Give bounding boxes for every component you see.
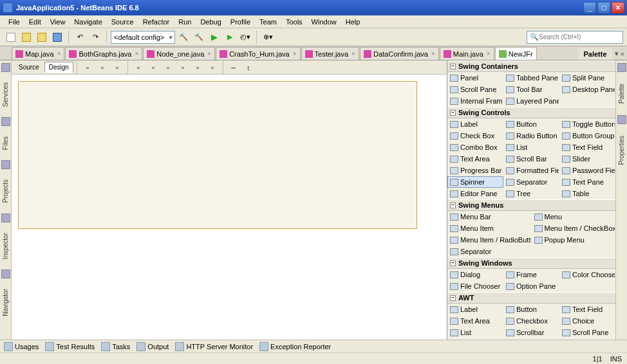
properties-icon[interactable] [617, 115, 626, 124]
palette-item-label[interactable]: Label [447, 304, 503, 315]
category-swing-menus[interactable]: −Swing Menus [447, 199, 615, 211]
palette-item-menu[interactable]: Menu [532, 211, 616, 223]
open-project-button[interactable] [35, 30, 49, 44]
palette-item-button-group[interactable]: Button Group [559, 130, 615, 141]
palette-item-slider[interactable]: Slider [559, 153, 615, 165]
status-http-monitor[interactable]: HTTP Server Monitor [175, 342, 253, 351]
palette-item-list[interactable]: List [503, 141, 559, 153]
search-box[interactable]: 🔍 [527, 31, 623, 44]
palette-item-tabbed-pane[interactable]: Tabbed Pane [503, 72, 559, 84]
align-left-button[interactable]: ▫ [131, 60, 145, 75]
profile-button[interactable]: ◴▾ [238, 30, 252, 44]
build-button[interactable]: 🔨 [176, 30, 191, 44]
palette-item-scroll-pane[interactable]: Scroll Pane [447, 84, 503, 95]
palette-item-scroll-bar[interactable]: Scroll Bar [503, 153, 559, 165]
sidetab-palette[interactable]: Palette [617, 81, 626, 106]
tab-main[interactable]: Main.java× [440, 47, 494, 60]
menu-window[interactable]: Window [307, 17, 341, 27]
status-tasks[interactable]: Tasks [101, 342, 130, 351]
palette-item-color-chooser[interactable]: Color Chooser [559, 269, 615, 280]
palette-icon[interactable] [617, 63, 626, 72]
palette-item-text-field[interactable]: Text Field [559, 141, 615, 153]
close-button[interactable]: × [612, 2, 624, 14]
status-exception-reporter[interactable]: Exception Reporter [259, 342, 331, 351]
tab-map[interactable]: Map.java× [12, 47, 64, 60]
tab-close-icon[interactable]: × [487, 50, 491, 57]
tab-close-icon[interactable]: × [351, 50, 355, 57]
sidetab-services[interactable]: Services [1, 80, 10, 109]
collapse-icon[interactable]: − [450, 110, 456, 116]
services-icon[interactable] [1, 63, 10, 72]
category-swing-containers[interactable]: −Swing Containers [447, 60, 615, 72]
align-bottom-button[interactable]: ▫ [176, 60, 190, 75]
palette-item-choice[interactable]: Choice [559, 315, 615, 327]
tab-dataconfirm[interactable]: DataConfirm.java× [360, 47, 439, 60]
align-right-button[interactable]: ▫ [146, 60, 160, 75]
tab-nodeone[interactable]: Node_one.java× [143, 47, 215, 60]
connection-mode-button[interactable]: ▫ [95, 60, 109, 75]
projects-icon[interactable] [1, 160, 10, 169]
menu-navigate[interactable]: Navigate [70, 17, 106, 27]
sidetab-projects[interactable]: Projects [1, 177, 10, 205]
status-test-results[interactable]: Test Results [45, 342, 95, 351]
tab-close-icon[interactable]: × [57, 50, 61, 57]
palette-item-frame[interactable]: Frame [503, 269, 559, 280]
design-mode-button[interactable]: Design [44, 62, 73, 73]
palette-item-menu-bar[interactable]: Menu Bar [447, 211, 532, 223]
status-usages[interactable]: Usages [4, 342, 39, 351]
palette-item-separator[interactable]: Separator [503, 176, 559, 188]
run-button[interactable]: ▶ [207, 30, 221, 44]
palette-item-menu-item[interactable]: Menu Item [447, 223, 532, 234]
sidetab-inspector[interactable]: Inspector [1, 230, 10, 262]
preview-button[interactable]: ▫ [110, 60, 124, 75]
palette-dropdown-icon[interactable]: ▾ [615, 50, 619, 58]
palette-item-panel[interactable]: Panel [447, 72, 503, 84]
palette-item-menu-item-checkbox[interactable]: Menu Item / CheckBox [532, 223, 616, 234]
palette-item-text-area[interactable]: Text Area [447, 315, 503, 327]
palette-item-internal-frame[interactable]: Internal Frame [447, 95, 503, 107]
collapse-icon[interactable]: − [450, 295, 456, 301]
new-file-button[interactable] [4, 30, 18, 44]
maximize-button[interactable]: □ [597, 2, 610, 14]
category-awt[interactable]: −AWT [447, 292, 615, 304]
palette-item-spinner[interactable]: Spinner [447, 176, 503, 188]
tab-close-icon[interactable]: × [135, 50, 138, 57]
palette-item-check-box[interactable]: Check Box [447, 130, 503, 141]
inspector-icon[interactable] [1, 214, 10, 223]
sidetab-properties[interactable]: Properties [617, 133, 626, 168]
palette-item-text-field[interactable]: Text Field [559, 304, 615, 315]
palette-item-text-pane[interactable]: Text Pane [559, 176, 615, 188]
status-output[interactable]: Output [136, 342, 169, 351]
search-input[interactable] [539, 33, 621, 41]
palette-item-file-chooser[interactable]: File Chooser [447, 280, 503, 292]
source-mode-button[interactable]: Source [14, 62, 44, 73]
tab-close-icon[interactable]: × [293, 50, 297, 57]
menu-refactor[interactable]: Refactor [138, 17, 174, 27]
collapse-icon[interactable]: − [450, 260, 456, 266]
palette-close-icon[interactable]: × [621, 50, 624, 58]
palette-item-password-field[interactable]: Password Field [559, 165, 615, 176]
minimize-button[interactable]: _ [583, 2, 596, 14]
selection-mode-button[interactable]: ▫ [80, 60, 95, 75]
undo-button[interactable]: ↶ [73, 30, 87, 44]
config-dropdown[interactable]: <default config> [111, 31, 175, 44]
palette-item-button[interactable]: Button [503, 304, 559, 315]
tab-crashto[interactable]: CrashTo_Hum.java× [216, 47, 300, 60]
save-all-button[interactable] [50, 30, 64, 44]
palette-item-split-pane[interactable]: Split Pane [559, 72, 615, 84]
collapse-icon[interactable]: − [450, 203, 456, 208]
palette-item-radio-button[interactable]: Radio Button [503, 130, 559, 141]
menu-help[interactable]: Help [341, 17, 365, 27]
palette-item-list[interactable]: List [447, 327, 503, 338]
files-icon[interactable] [1, 117, 10, 126]
palette-item-scroll-pane[interactable]: Scroll Pane [559, 327, 615, 338]
palette-item-combo-box[interactable]: Combo Box [447, 141, 503, 153]
menu-file[interactable]: File [4, 17, 24, 27]
palette-item-progress-bar[interactable]: Progress Bar [447, 165, 503, 176]
palette-item-editor-pane[interactable]: Editor Pane [447, 188, 503, 199]
palette-item-scrollbar[interactable]: Scrollbar [503, 327, 559, 338]
center-h-button[interactable]: ▫ [191, 60, 205, 75]
palette-item-checkbox[interactable]: Checkbox [503, 315, 559, 327]
new-project-button[interactable] [19, 30, 33, 44]
palette-item-desktop-pane[interactable]: Desktop Pane [559, 84, 615, 95]
